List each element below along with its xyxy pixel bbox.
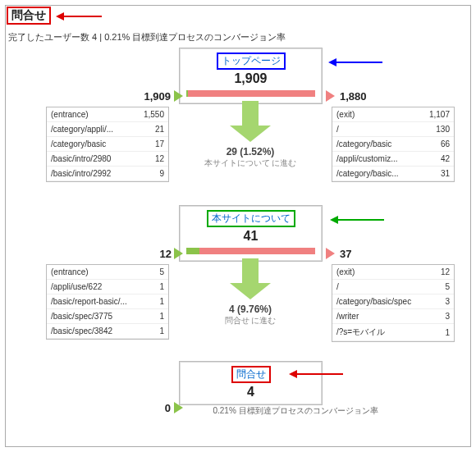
funnel-step-2[interactable]: 本サイトについて 41 <box>179 205 323 262</box>
step-2-proceed: 4 (9.76%)問合せ に進む <box>168 304 332 326</box>
table-row[interactable]: /writer3 <box>332 309 454 324</box>
funnel-step-1[interactable]: トップページ 1,909 <box>179 48 323 104</box>
report-subtitle: 完了したユーザー数 4 | 0.21% 目標到達プロセスのコンバージョン率 <box>8 31 286 43</box>
step-2-bar <box>186 248 315 254</box>
step-3-in-count: 0 <box>156 402 171 414</box>
goal-title: 問合せ <box>7 7 51 25</box>
step-1-bar <box>186 90 315 97</box>
step-3-label: 問合せ <box>231 366 271 383</box>
funnel-step-3[interactable]: 問合せ 4 <box>179 361 323 405</box>
flow-in-icon <box>174 90 183 102</box>
step-3-count: 4 <box>180 385 322 399</box>
step-1-label: トップページ <box>217 53 286 70</box>
svg-marker-4 <box>230 101 271 142</box>
table-row[interactable]: /5 <box>332 280 454 294</box>
svg-marker-1 <box>56 12 64 21</box>
step-2-count: 41 <box>180 229 322 244</box>
table-row[interactable]: /130 <box>332 122 454 137</box>
svg-marker-7 <box>230 258 271 299</box>
table-row[interactable]: /category/basic/spec3 <box>332 294 454 309</box>
step-1-proceed: 29 (1.52%)本サイトについて に進む <box>168 146 332 169</box>
flow-in-icon <box>174 402 183 413</box>
step-2-out-count: 37 <box>340 248 351 260</box>
step-2-entrance-table[interactable]: (entrance)5/appli/use/6221/basic/report-… <box>46 264 169 340</box>
svg-marker-3 <box>328 58 336 66</box>
table-row[interactable]: /category/basic...31 <box>332 167 454 181</box>
svg-marker-6 <box>330 216 338 224</box>
step-1-entrance-table[interactable]: (entrance)1,550/category/appli/...21/cat… <box>46 107 169 182</box>
table-row[interactable]: /basic/intro/29929 <box>47 167 168 181</box>
table-row[interactable]: (entrance)5 <box>47 265 168 280</box>
table-row[interactable]: /basic/intro/298012 <box>47 152 168 167</box>
step-1-out-count: 1,880 <box>340 90 367 103</box>
final-conversion-note: 0.21% 目標到達プロセスのコンバージョン率 <box>189 405 402 417</box>
funnel-down-arrow-icon <box>230 258 271 299</box>
annotation-arrow-red-icon <box>56 11 105 21</box>
table-row[interactable]: /basic/spec/38421 <box>47 324 168 339</box>
step-2-exit-table[interactable]: (exit)12/5/category/basic/spec3/writer3/… <box>332 264 455 342</box>
step-1-count: 1,909 <box>180 71 322 86</box>
annotation-arrow-red-icon <box>289 369 346 379</box>
annotation-arrow-green-icon <box>330 215 387 225</box>
table-row[interactable]: /appli/use/6221 <box>47 280 168 294</box>
table-row[interactable]: (exit)12 <box>332 265 454 280</box>
table-row[interactable]: /?s=モバイル1 <box>332 324 454 341</box>
flow-out-icon <box>326 248 335 259</box>
table-row[interactable]: /basic/report-basic/...1 <box>47 294 168 309</box>
step-1-exit-table[interactable]: (exit)1,107/130/category/basic66/appli/c… <box>332 107 455 182</box>
annotation-arrow-blue-icon <box>328 57 386 67</box>
step-1-in-count: 1,909 <box>138 90 171 103</box>
flow-in-icon <box>174 248 183 259</box>
funnel-down-arrow-icon <box>230 101 271 142</box>
svg-marker-9 <box>289 370 297 378</box>
table-row[interactable]: (exit)1,107 <box>332 107 454 122</box>
step-2-in-count: 12 <box>152 248 172 260</box>
table-row[interactable]: /basic/spec/37751 <box>47 309 168 324</box>
table-row[interactable]: /category/basic66 <box>332 137 454 152</box>
flow-out-icon <box>326 90 335 102</box>
step-2-label: 本サイトについて <box>207 210 295 227</box>
table-row[interactable]: (entrance)1,550 <box>47 107 168 122</box>
table-row[interactable]: /category/appli/...21 <box>47 122 168 137</box>
table-row[interactable]: /category/basic17 <box>47 137 168 152</box>
table-row[interactable]: /appli/customiz...42 <box>332 152 454 167</box>
